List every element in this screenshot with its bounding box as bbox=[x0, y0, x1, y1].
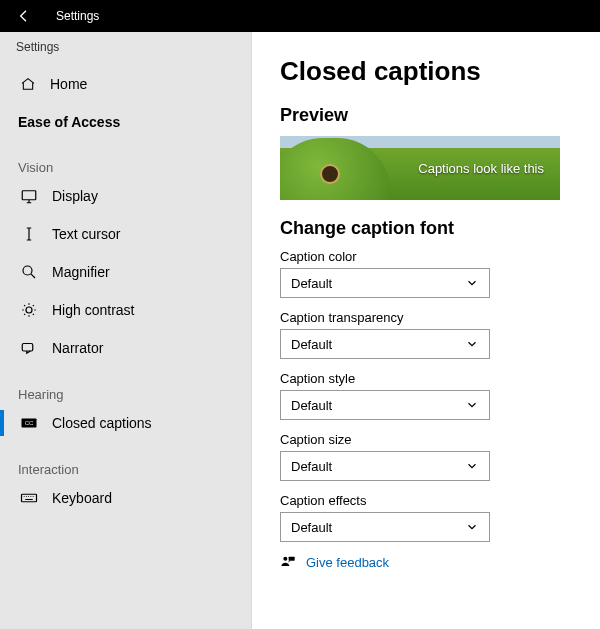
caption-preview: Captions look like this bbox=[280, 136, 560, 200]
section-heading: Change caption font bbox=[280, 218, 572, 239]
sidebar-item-label: Text cursor bbox=[52, 226, 120, 242]
dropdown-value: Default bbox=[291, 520, 332, 535]
chevron-down-icon bbox=[465, 520, 479, 534]
sidebar-group-hearing: Hearing bbox=[0, 367, 251, 404]
label-caption-transparency: Caption transparency bbox=[280, 310, 572, 325]
svg-rect-0 bbox=[22, 191, 36, 200]
dropdown-caption-color[interactable]: Default bbox=[280, 268, 490, 298]
sidebar-group-vision: Vision bbox=[0, 140, 251, 177]
svg-point-7 bbox=[283, 557, 287, 561]
sidebar-home-label: Home bbox=[50, 76, 87, 92]
label-caption-size: Caption size bbox=[280, 432, 572, 447]
text-cursor-icon bbox=[20, 225, 38, 243]
svg-point-1 bbox=[23, 266, 32, 275]
sidebar-group-interaction: Interaction bbox=[0, 442, 251, 479]
display-icon bbox=[20, 187, 38, 205]
magnifier-icon bbox=[20, 263, 38, 281]
svg-point-2 bbox=[26, 307, 32, 313]
dropdown-value: Default bbox=[291, 276, 332, 291]
sidebar: Settings Home Ease of Access Vision Disp… bbox=[0, 32, 252, 629]
dropdown-caption-style[interactable]: Default bbox=[280, 390, 490, 420]
keyboard-icon bbox=[20, 489, 38, 507]
svg-text:CC: CC bbox=[25, 420, 34, 426]
sidebar-item-display[interactable]: Display bbox=[0, 177, 251, 215]
closed-captions-icon: CC bbox=[20, 414, 38, 432]
sidebar-home[interactable]: Home bbox=[0, 68, 251, 100]
feedback-icon bbox=[280, 554, 296, 570]
high-contrast-icon bbox=[20, 301, 38, 319]
sidebar-item-high-contrast[interactable]: High contrast bbox=[0, 291, 251, 329]
dropdown-value: Default bbox=[291, 459, 332, 474]
dropdown-value: Default bbox=[291, 398, 332, 413]
dropdown-caption-size[interactable]: Default bbox=[280, 451, 490, 481]
chevron-down-icon bbox=[465, 459, 479, 473]
svg-rect-3 bbox=[22, 344, 33, 352]
sidebar-category: Ease of Access bbox=[0, 100, 251, 140]
back-button[interactable] bbox=[4, 0, 44, 32]
sidebar-item-label: Closed captions bbox=[52, 415, 152, 431]
sidebar-item-label: Magnifier bbox=[52, 264, 110, 280]
sidebar-item-keyboard[interactable]: Keyboard bbox=[0, 479, 251, 517]
sidebar-app-name: Settings bbox=[0, 38, 251, 68]
label-caption-color: Caption color bbox=[280, 249, 572, 264]
titlebar-title: Settings bbox=[56, 9, 99, 23]
chevron-down-icon bbox=[465, 398, 479, 412]
sidebar-item-label: Narrator bbox=[52, 340, 103, 356]
narrator-icon bbox=[20, 339, 38, 357]
chevron-down-icon bbox=[465, 276, 479, 290]
sidebar-item-label: High contrast bbox=[52, 302, 134, 318]
svg-rect-8 bbox=[289, 557, 295, 561]
arrow-left-icon bbox=[16, 8, 32, 24]
sidebar-item-closed-captions[interactable]: CC Closed captions bbox=[0, 404, 251, 442]
preview-caption-text: Captions look like this bbox=[418, 161, 544, 176]
sidebar-item-magnifier[interactable]: Magnifier bbox=[0, 253, 251, 291]
dropdown-caption-transparency[interactable]: Default bbox=[280, 329, 490, 359]
feedback-row: Give feedback bbox=[280, 554, 572, 570]
page-title: Closed captions bbox=[280, 56, 572, 87]
home-icon bbox=[20, 76, 36, 92]
feedback-link[interactable]: Give feedback bbox=[306, 555, 389, 570]
sidebar-item-label: Keyboard bbox=[52, 490, 112, 506]
label-caption-effects: Caption effects bbox=[280, 493, 572, 508]
sidebar-item-text-cursor[interactable]: Text cursor bbox=[0, 215, 251, 253]
sidebar-item-narrator[interactable]: Narrator bbox=[0, 329, 251, 367]
svg-rect-6 bbox=[22, 494, 37, 502]
label-caption-style: Caption style bbox=[280, 371, 572, 386]
sidebar-item-label: Display bbox=[52, 188, 98, 204]
dropdown-caption-effects[interactable]: Default bbox=[280, 512, 490, 542]
dropdown-value: Default bbox=[291, 337, 332, 352]
titlebar: Settings bbox=[0, 0, 600, 32]
content-area: Closed captions Preview Captions look li… bbox=[252, 32, 600, 629]
preview-heading: Preview bbox=[280, 105, 572, 126]
chevron-down-icon bbox=[465, 337, 479, 351]
